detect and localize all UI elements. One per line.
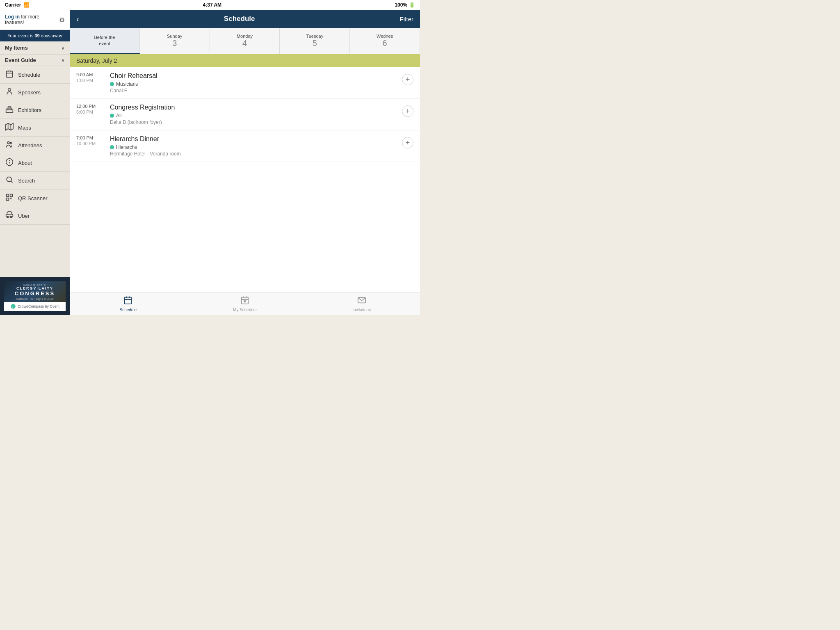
sidebar-event-guide[interactable]: Event Guide ∧ — [0, 55, 70, 66]
date-tabs: Before theevent Sunday 3 Monday 4 Tuesda… — [70, 28, 420, 54]
congress-add-button[interactable]: + — [402, 105, 413, 117]
time-label: 4:37 AM — [203, 2, 222, 8]
schedule-tab-icon — [123, 296, 132, 307]
about-label: About — [18, 160, 32, 166]
tab-my-schedule[interactable]: My Schedule — [187, 292, 304, 315]
date-section-header: Saturday, July 2 — [70, 54, 420, 67]
sidebar-my-items[interactable]: My Items ∨ — [0, 41, 70, 55]
choir-add-button[interactable]: + — [402, 74, 413, 85]
schedule-item-hierarchs[interactable]: 7:00 PM 10:00 PM Hierarchs Dinner Hierar… — [70, 130, 420, 162]
crowdcompass-bar: c CrowdCompass by Cvent — [4, 302, 66, 311]
exhibitors-label: Exhibitors — [18, 107, 41, 113]
choir-details: Choir Rehearsal Musicians Canal E — [110, 72, 397, 94]
speakers-label: Speakers — [18, 89, 41, 96]
choir-start-time: 9:00 AM — [76, 72, 105, 77]
svg-point-24 — [7, 216, 8, 217]
sidebar: Log in for more features! ⚙ Your event i… — [0, 10, 70, 315]
tab-wednesday[interactable]: Wednes 6 — [350, 28, 420, 54]
search-icon — [5, 176, 14, 185]
congress-details: Congress Registration All Delta B (ballr… — [110, 104, 397, 125]
invitations-tab-icon — [357, 296, 366, 307]
maps-icon — [5, 123, 14, 132]
my-schedule-tab-label: My Schedule — [233, 308, 257, 312]
choir-dot — [110, 82, 114, 86]
svg-rect-21 — [7, 198, 9, 201]
sidebar-nav-search[interactable]: Search — [0, 172, 70, 189]
svg-point-36 — [244, 300, 246, 302]
sidebar-nav-uber[interactable]: Uber — [0, 207, 70, 225]
schedule-icon — [5, 70, 14, 80]
hierarchs-time-col: 7:00 PM 10:00 PM — [76, 135, 105, 146]
sidebar-nav-maps[interactable]: Maps — [0, 119, 70, 137]
sidebar-nav-exhibitors[interactable]: Exhibitors — [0, 101, 70, 119]
tuesday-num: 5 — [313, 39, 317, 48]
tab-before-event[interactable]: Before theevent — [70, 28, 140, 54]
schedule-item-choir[interactable]: 9:00 AM 1:00 PM Choir Rehearsal Musician… — [70, 67, 420, 99]
event-banner-prefix: Your event is — [7, 33, 34, 38]
tab-invitations[interactable]: Invitations — [303, 292, 420, 315]
app-container: Log in for more features! ⚙ Your event i… — [0, 10, 420, 315]
svg-rect-19 — [7, 194, 9, 197]
congress-location: Delta B (ballroom foyer) — [110, 119, 397, 125]
congress-start-time: 12:00 PM — [76, 104, 105, 109]
sidebar-nav-about[interactable]: About — [0, 154, 70, 172]
status-left: Carrier 📶 — [5, 2, 30, 8]
hierarchs-location: Hermitage Hotel - Veranda room — [110, 151, 397, 157]
svg-marker-9 — [6, 123, 13, 130]
hierarchs-end-time: 10:00 PM — [76, 141, 105, 146]
uber-label: Uber — [18, 213, 30, 219]
invitations-tab-label: Invitations — [352, 308, 371, 312]
battery-label: 100% — [395, 2, 407, 8]
gear-icon[interactable]: ⚙ — [59, 16, 65, 24]
svg-rect-0 — [7, 71, 13, 77]
congress-line4: Nashville, TN / July 3-8, 2016 — [16, 297, 53, 300]
back-button[interactable]: ‹ — [76, 14, 79, 24]
event-banner-suffix: days away — [40, 33, 62, 38]
battery-icon: 🔋 — [409, 2, 415, 8]
sidebar-login[interactable]: Log in for more features! ⚙ — [0, 10, 70, 30]
choir-tag: Musicians — [110, 81, 397, 87]
congress-tag-label: All — [116, 113, 121, 119]
bottom-tab-bar: Schedule My Schedule Invitations — [70, 292, 420, 315]
sunday-num: 3 — [172, 39, 177, 48]
tab-sunday[interactable]: Sunday 3 — [140, 28, 210, 54]
sidebar-nav-schedule[interactable]: Schedule — [0, 66, 70, 84]
sidebar-nav-speakers[interactable]: Speakers — [0, 84, 70, 101]
qr-label: QR Scanner — [18, 195, 48, 201]
tuesday-label: Tuesday — [306, 34, 323, 39]
hierarchs-start-time: 7:00 PM — [76, 135, 105, 140]
before-event-label: Before theevent — [94, 34, 115, 46]
sidebar-nav-attendees[interactable]: Attendees — [0, 137, 70, 154]
schedule-label: Schedule — [18, 72, 40, 78]
maps-label: Maps — [18, 125, 31, 131]
filter-button[interactable]: Filter — [400, 16, 413, 23]
choir-title: Choir Rehearsal — [110, 72, 397, 80]
days-count: 39 — [34, 33, 39, 38]
tab-monday[interactable]: Monday 4 — [210, 28, 280, 54]
hierarchs-add-button[interactable]: + — [402, 137, 413, 148]
sidebar-nav-qr[interactable]: QR Scanner — [0, 189, 70, 207]
my-schedule-tab-icon — [240, 296, 249, 307]
login-text: Log in for more features! — [5, 14, 59, 25]
search-label: Search — [18, 178, 35, 184]
hierarchs-title: Hierarchs Dinner — [110, 135, 397, 143]
qr-icon — [5, 193, 14, 203]
monday-num: 4 — [242, 39, 247, 48]
congress-end-time: 6:00 PM — [76, 110, 105, 114]
tab-schedule[interactable]: Schedule — [70, 292, 187, 315]
header-title: Schedule — [224, 15, 255, 23]
login-bold[interactable]: Log in — [5, 14, 20, 20]
svg-point-12 — [7, 142, 9, 144]
sunday-label: Sunday — [167, 34, 182, 39]
choir-time-col: 9:00 AM 1:00 PM — [76, 72, 105, 83]
tab-tuesday[interactable]: Tuesday 5 — [280, 28, 350, 54]
hierarchs-details: Hierarchs Dinner Hierarchs Hermitage Hot… — [110, 135, 397, 157]
congress-banner: 43RD Biennial CLERGY·LAITY CONGRESS Nash… — [4, 281, 66, 302]
my-items-label: My Items — [5, 45, 28, 51]
schedule-item-congress[interactable]: 12:00 PM 6:00 PM Congress Registration A… — [70, 99, 420, 130]
congress-line2: CLERGY·LAITY — [16, 286, 53, 290]
main-content: ‹ Schedule Filter Before theevent Sunday… — [70, 10, 420, 315]
congress-tag: All — [110, 113, 397, 119]
svg-rect-28 — [125, 297, 132, 304]
about-icon — [5, 158, 14, 168]
